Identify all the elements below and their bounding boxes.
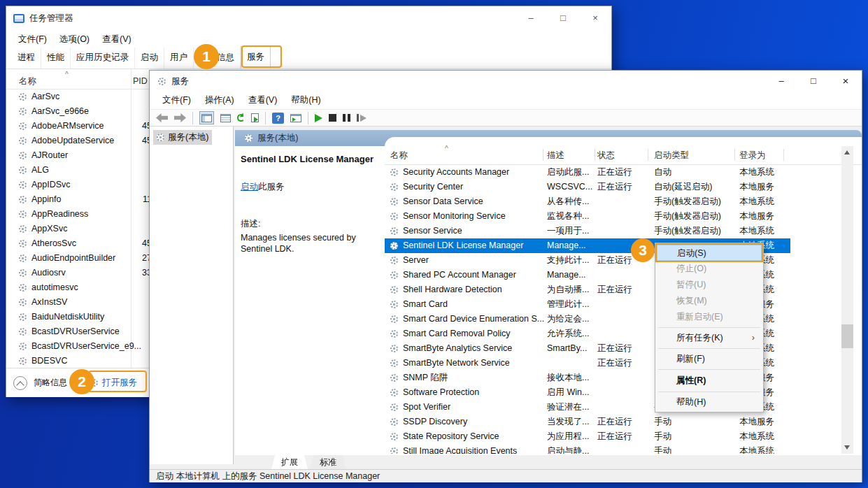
pause-service-icon[interactable] <box>343 114 350 122</box>
annotation-step-3: 3 <box>631 238 655 262</box>
gear-icon <box>157 134 164 141</box>
menu-item-帮助(H)[interactable]: 帮助(H) <box>657 394 762 410</box>
back-icon[interactable] <box>156 113 168 122</box>
minimize-button[interactable]: – <box>515 8 547 29</box>
menu-item-所有任务(K)[interactable]: 所有任务(K)› <box>657 330 762 346</box>
start-service-link[interactable]: 启动 <box>241 182 258 192</box>
service-name: Server <box>403 253 429 268</box>
tree-node-services-local[interactable]: 服务(本地) <box>153 130 212 145</box>
minimize-button[interactable]: – <box>765 71 797 92</box>
table-row[interactable]: SSDP Discovery当发现了...正在运行手动本地服务 <box>385 415 862 429</box>
stop-service-icon[interactable] <box>329 114 336 122</box>
view-tabs: 扩展 标准 <box>235 455 862 469</box>
close-button[interactable]: × <box>579 8 611 29</box>
scroll-up-icon[interactable] <box>844 150 850 155</box>
show-console-tree-icon[interactable] <box>199 111 214 124</box>
refresh-icon[interactable] <box>237 114 245 122</box>
status-bar: 启动 本地计算机 上的服务 Sentinel LDK License Manag… <box>150 469 862 482</box>
table-row[interactable]: Server支持此计...正在运行本地系统 <box>385 253 862 268</box>
table-row[interactable]: Software Protection启用 Win...网络服务 <box>385 385 862 400</box>
tab-应用历史记录[interactable]: 应用历史记录 <box>71 48 135 69</box>
service-name: Security Center <box>403 180 463 194</box>
table-row[interactable]: SmartByte Analytics ServiceSmartBy...正在运… <box>385 341 862 356</box>
gear-icon <box>390 389 398 396</box>
tab-启动[interactable]: 启动 <box>135 48 164 69</box>
service-desc: 接收本地... <box>547 371 589 385</box>
menu-item-属性(R)[interactable]: 属性(R) <box>657 372 762 389</box>
tab-extended[interactable]: 扩展 <box>271 455 308 469</box>
gear-icon <box>390 403 398 411</box>
forward-icon[interactable] <box>174 113 186 122</box>
menu-item[interactable]: 选项(O) <box>53 34 96 45</box>
tab-用户[interactable]: 用户 <box>164 48 194 69</box>
column-header-pid[interactable]: PID <box>133 73 148 89</box>
column-header-name[interactable]: 名称 <box>19 73 124 89</box>
collapse-chevron-icon[interactable] <box>13 376 27 390</box>
service-name: AarSvc <box>31 89 59 104</box>
services-menubar: 文件(F)操作(A)查看(V)帮助(H) <box>150 92 862 109</box>
restart-service-icon[interactable] <box>357 114 367 122</box>
start-service-icon[interactable] <box>315 114 322 122</box>
properties-icon[interactable] <box>220 114 231 122</box>
table-row[interactable]: Sensor Data Service从各种传...手动(触发器启动)本地系统 <box>385 194 862 209</box>
service-name: Sensor Data Service <box>403 194 483 209</box>
table-row[interactable]: Shared PC Account ManagerManage...本地系统 <box>385 268 862 282</box>
tab-standard[interactable]: 标准 <box>310 455 346 469</box>
maximize-button[interactable]: □ <box>547 8 579 29</box>
task-manager-titlebar[interactable]: 任务管理器 – □ × <box>6 6 611 30</box>
menu-item-启动(S)[interactable]: 启动(S) <box>657 245 762 261</box>
table-row[interactable]: Sensor Service一项用于...手动(触发器启动)本地系统 <box>385 224 862 238</box>
menu-item[interactable]: 查看(V) <box>241 94 285 106</box>
table-row[interactable]: Smart Card管理此计...本地服务 <box>385 297 862 312</box>
gear-icon <box>390 418 398 426</box>
vertical-scrollbar[interactable] <box>841 146 853 454</box>
column-header-name[interactable]: 名称 <box>390 150 408 162</box>
table-row[interactable]: Security Accounts Manager启动此服...正在运行自动本地… <box>385 165 862 180</box>
service-startup-type: 手动(触发器启动) <box>654 194 721 209</box>
service-startup-type: 手动 <box>654 444 671 454</box>
column-header-logon[interactable]: 登录为 <box>739 150 766 162</box>
table-row[interactable]: Security CenterWSCSVC...正在运行自动(延迟启动)本地服务 <box>385 180 862 194</box>
column-header-startup[interactable]: 启动类型 <box>654 150 689 162</box>
menu-item[interactable]: 操作(A) <box>198 94 241 106</box>
close-button[interactable]: × <box>830 71 862 92</box>
menu-item[interactable]: 文件(F) <box>155 94 198 106</box>
task-manager-title: 任务管理器 <box>29 13 73 24</box>
scroll-down-icon[interactable] <box>844 445 850 450</box>
task-manager-app-icon <box>13 14 24 23</box>
maximize-button[interactable]: □ <box>797 71 830 92</box>
tab-性能[interactable]: 性能 <box>41 48 71 69</box>
console-window-icon[interactable] <box>290 114 301 122</box>
services-titlebar[interactable]: 服务 – □ × <box>150 71 862 92</box>
service-name: Spot Verifier <box>403 400 450 415</box>
column-header-status[interactable]: 状态 <box>597 150 615 162</box>
help-icon[interactable]: ? <box>272 113 284 124</box>
table-row[interactable]: Smart Card Removal Policy允许系统...本地系统 <box>385 326 862 341</box>
service-detail-pane: Sentinel LDK License Manager 启动此服务 描述: M… <box>241 149 382 254</box>
table-row[interactable]: Sensor Monitoring Service监视各种...手动(触发器启动… <box>385 209 862 224</box>
menu-item[interactable]: 文件(F) <box>12 34 53 45</box>
brief-info-toggle[interactable]: 简略信息 <box>34 377 67 389</box>
menu-item-刷新(F)[interactable]: 刷新(F) <box>657 351 762 367</box>
service-name: AtherosSvc <box>31 236 76 251</box>
service-name: Smart Card Removal Policy <box>403 326 511 341</box>
table-row[interactable]: Sentinel LDK License ManagerManage...本地系… <box>385 238 862 253</box>
table-row[interactable]: Smart Card Device Enumeration S...为给定会..… <box>385 312 862 326</box>
services-app-icon <box>158 78 166 85</box>
tab-进程[interactable]: 进程 <box>12 48 41 69</box>
menu-separator <box>658 327 760 328</box>
menu-item[interactable]: 帮助(H) <box>284 94 327 106</box>
export-list-icon[interactable] <box>251 113 259 122</box>
table-row[interactable]: Spot Verifier验证潜在...手动(触发器启动)本地系统 <box>385 400 862 415</box>
menu-item[interactable]: 查看(V) <box>96 34 138 45</box>
table-row[interactable]: Shell Hardware Detection为自动播...正在运行本地系统 <box>385 282 862 297</box>
console-tree-pane: 服务(本地) <box>150 127 234 464</box>
table-row[interactable]: SNMP 陷阱接收本地...本地服务 <box>385 371 862 385</box>
gear-icon <box>19 299 27 306</box>
column-header-desc[interactable]: 描述 <box>547 150 564 162</box>
table-row[interactable]: Still Image Acquisition Events启动与静...手动本… <box>385 444 862 454</box>
table-row[interactable]: SmartByte Network Service正在运行本地系统 <box>385 356 862 371</box>
table-row[interactable]: State Repository Service为应用程...正在运行手动本地系… <box>385 429 862 444</box>
scrollbar-thumb[interactable] <box>841 324 853 348</box>
gear-icon <box>19 137 27 145</box>
